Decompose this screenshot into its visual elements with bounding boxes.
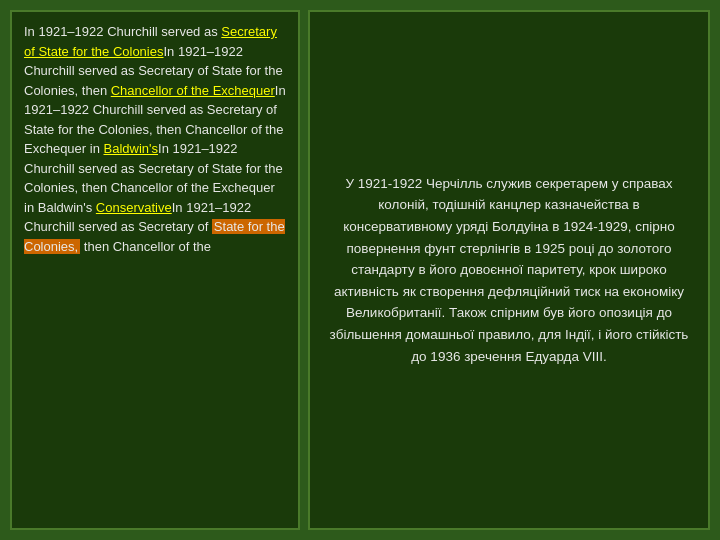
link-conservative-1[interactable]: Conservative	[96, 200, 172, 215]
link-baldwins-1[interactable]: Baldwin's	[104, 141, 159, 156]
left-panel-content: In 1921–1922 Churchill served as Secreta…	[24, 22, 286, 256]
main-container: In 1921–1922 Churchill served as Secreta…	[0, 0, 720, 540]
left-panel: In 1921–1922 Churchill served as Secreta…	[10, 10, 300, 530]
paragraph-1: In 1921–1922 Churchill served as Secreta…	[24, 22, 286, 256]
orange-highlight-text: State for the Colonies,	[24, 219, 285, 254]
link-chancellor-1[interactable]: Chancellor of the Exchequer	[111, 83, 275, 98]
right-panel-text: У 1921-1922 Черчілль служив секретарем у…	[322, 173, 696, 367]
ukrainian-text: У 1921-1922 Черчілль служив секретарем у…	[322, 173, 696, 367]
link-secretary-colonies-1[interactable]: Secretary of State for the Colonies	[24, 24, 277, 59]
right-panel: У 1921-1922 Черчілль служив секретарем у…	[308, 10, 710, 530]
